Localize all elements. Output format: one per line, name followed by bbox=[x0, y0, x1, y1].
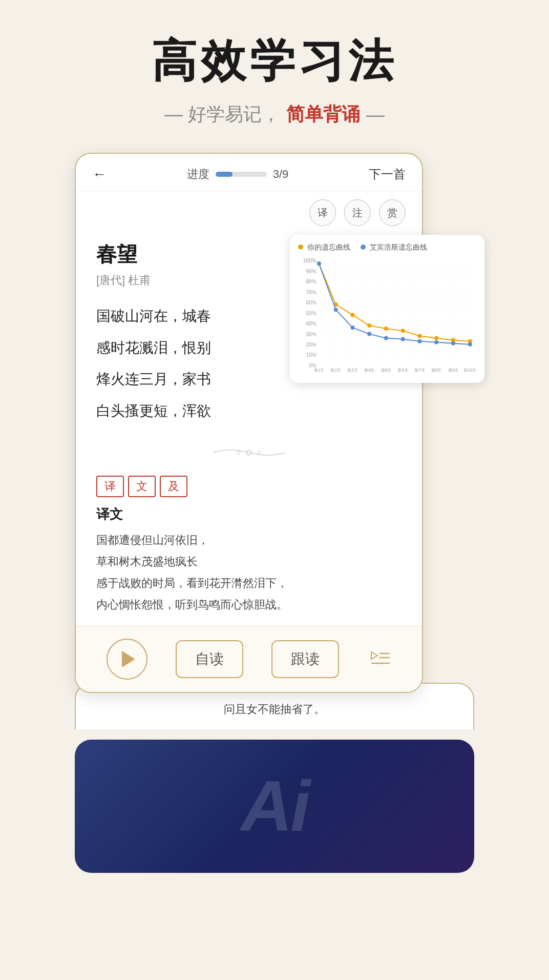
svg-point-34 bbox=[401, 329, 405, 333]
svg-text:第2天: 第2天 bbox=[330, 368, 341, 373]
trans-section: 译文 国都遭侵但山河依旧， 草和树木茂盛地疯长 感于战败的时局，看到花开潸然泪下… bbox=[76, 505, 422, 625]
self-read-button[interactable]: 自读 bbox=[176, 640, 243, 678]
svg-point-33 bbox=[384, 326, 388, 331]
progress-label: 进度 bbox=[187, 167, 209, 182]
trans-tab-plus[interactable]: 及 bbox=[160, 476, 187, 497]
subtitle-prefix: — 好学易记， bbox=[164, 102, 280, 127]
svg-text:第9天: 第9天 bbox=[448, 368, 459, 373]
svg-point-35 bbox=[417, 334, 421, 338]
svg-text:第4天: 第4天 bbox=[364, 368, 375, 373]
translate-button[interactable]: 译 bbox=[309, 199, 336, 226]
curve-chart-svg: 100% 90% 80% 70% 60% 50% 40% 30% 20% 10%… bbox=[298, 257, 476, 373]
svg-text:60%: 60% bbox=[306, 300, 316, 305]
svg-point-40 bbox=[334, 308, 338, 312]
progress-bar-outer bbox=[216, 172, 267, 177]
svg-text:第6天: 第6天 bbox=[397, 368, 408, 373]
trans-line-1: 国都遭侵但山河依旧， bbox=[96, 534, 209, 546]
svg-point-47 bbox=[451, 341, 455, 345]
poem-dynasty: [唐代] bbox=[96, 274, 125, 287]
trans-tab-translate[interactable]: 译 bbox=[96, 476, 124, 497]
curve-legend: 你的遗忘曲线 艾宾浩斯遗忘曲线 bbox=[298, 243, 476, 252]
follow-read-button[interactable]: 跟读 bbox=[271, 640, 339, 678]
legend-your-dot bbox=[298, 244, 303, 250]
subtitle-highlight: 简单背诵 bbox=[286, 102, 360, 127]
back-button[interactable]: ← bbox=[92, 166, 107, 182]
svg-point-39 bbox=[317, 261, 321, 266]
trans-line-2: 草和树木茂盛地疯长 bbox=[96, 555, 198, 568]
svg-rect-7 bbox=[319, 260, 471, 359]
play-button[interactable] bbox=[107, 639, 147, 680]
svg-point-36 bbox=[434, 336, 438, 340]
progress-value: 3/9 bbox=[273, 168, 289, 181]
forgetting-curve-overlay: 你的遗忘曲线 艾宾浩斯遗忘曲线 bbox=[290, 235, 484, 383]
svg-text:10%: 10% bbox=[306, 352, 316, 358]
svg-point-32 bbox=[367, 323, 371, 328]
svg-text:30%: 30% bbox=[306, 332, 316, 337]
annotate-button[interactable]: 注 bbox=[344, 199, 371, 226]
poem-line-4: 白头搔更短，浑欲 bbox=[96, 395, 402, 427]
phone-card: ← 进度 3/9 下一首 译 注 赏 bbox=[75, 153, 423, 693]
trans-line-4: 内心惆怅怨恨，听到鸟鸣而心惊胆战。 bbox=[96, 598, 288, 611]
progress-section: 进度 3/9 bbox=[187, 167, 289, 182]
legend-your-label: 你的遗忘曲线 bbox=[307, 243, 350, 251]
trans-tab-text[interactable]: 文 bbox=[128, 476, 156, 497]
poem-author-name: 杜甫 bbox=[128, 274, 151, 287]
subtitle-suffix: — bbox=[366, 104, 385, 126]
subtitle: — 好学易记， 简单背诵 — bbox=[164, 102, 385, 127]
bottom-bar: 自读 跟读 bbox=[76, 626, 422, 692]
svg-text:50%: 50% bbox=[306, 311, 316, 316]
svg-text:90%: 90% bbox=[306, 269, 316, 274]
svg-text:第5天: 第5天 bbox=[381, 368, 392, 373]
appreciate-button[interactable]: 赏 bbox=[379, 199, 406, 226]
svg-point-1 bbox=[237, 451, 240, 454]
phone-header: ← 进度 3/9 下一首 bbox=[76, 154, 422, 191]
ai-text: Ai bbox=[241, 765, 308, 848]
svg-text:第1天: 第1天 bbox=[314, 368, 325, 373]
svg-text:第3天: 第3天 bbox=[347, 368, 358, 373]
next-button[interactable]: 下一首 bbox=[369, 166, 406, 182]
svg-text:100%: 100% bbox=[303, 258, 316, 263]
svg-point-42 bbox=[367, 332, 371, 336]
progress-bar-inner bbox=[216, 172, 233, 177]
trans-tabs: 译 文 及 bbox=[76, 472, 422, 505]
action-row: 译 注 赏 bbox=[76, 191, 422, 230]
svg-point-2 bbox=[258, 451, 261, 454]
legend-your-curve: 你的遗忘曲线 bbox=[298, 243, 350, 252]
svg-text:第10天: 第10天 bbox=[463, 368, 476, 373]
svg-text:80%: 80% bbox=[306, 279, 316, 284]
svg-point-48 bbox=[468, 342, 472, 346]
svg-text:70%: 70% bbox=[306, 290, 316, 295]
legend-ebbinghaus-curve: 艾宾浩斯遗忘曲线 bbox=[361, 243, 427, 252]
svg-point-44 bbox=[401, 337, 405, 341]
svg-point-41 bbox=[350, 325, 354, 330]
legend-ebbinghaus-dot bbox=[361, 244, 366, 250]
trans-text: 国都遭侵但山河依旧， 草和树木茂盛地疯长 感于战败的时局，看到花开潸然泪下， 内… bbox=[96, 529, 402, 615]
main-title: 高效学习法 bbox=[152, 31, 397, 92]
ai-section: Ai bbox=[75, 740, 474, 873]
legend-ebbinghaus-label: 艾宾浩斯遗忘曲线 bbox=[370, 243, 427, 251]
svg-marker-3 bbox=[371, 652, 377, 659]
trans-line-3: 感于战败的时局，看到花开潸然泪下， bbox=[96, 577, 288, 589]
svg-text:第7天: 第7天 bbox=[414, 368, 425, 373]
play-icon bbox=[122, 651, 135, 667]
svg-point-45 bbox=[417, 339, 421, 343]
svg-point-43 bbox=[384, 336, 388, 340]
list-play-button[interactable] bbox=[367, 649, 392, 669]
trans-heading: 译文 bbox=[96, 505, 402, 523]
teaser-text: 问且女不能抽省了。 bbox=[107, 699, 442, 720]
svg-point-46 bbox=[434, 340, 438, 344]
poem-divider bbox=[76, 445, 422, 463]
svg-text:20%: 20% bbox=[306, 342, 316, 348]
svg-text:40%: 40% bbox=[306, 321, 316, 326]
svg-text:第8天: 第8天 bbox=[431, 368, 442, 373]
svg-point-31 bbox=[350, 313, 354, 317]
